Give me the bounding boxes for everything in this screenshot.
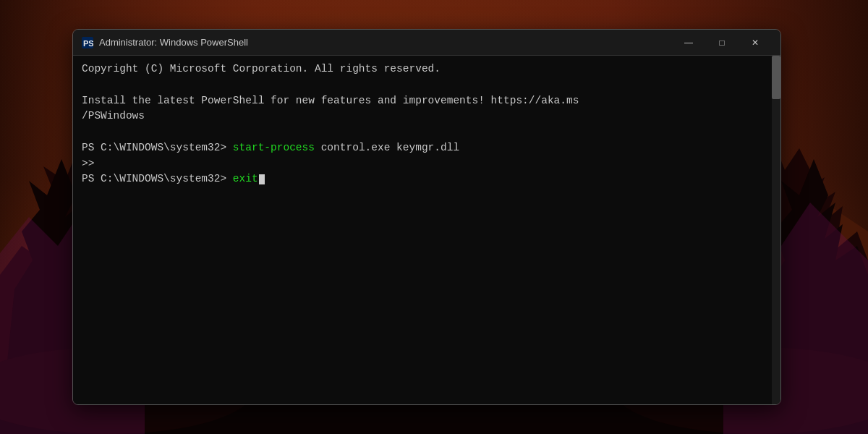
terminal-line-cmd1: PS C:\WINDOWS\system32> start-process co…	[82, 140, 760, 156]
svg-text:PS: PS	[83, 39, 93, 48]
terminal-cursor	[259, 174, 265, 185]
terminal-body[interactable]: Copyright (C) Microsoft Corporation. All…	[73, 56, 780, 404]
scrollbar[interactable]	[772, 56, 780, 404]
close-button[interactable]: ✕	[739, 30, 772, 56]
terminal-line-cmd2: PS C:\WINDOWS\system32> exit	[82, 171, 760, 187]
terminal-content: Copyright (C) Microsoft Corporation. All…	[82, 61, 772, 187]
window-controls: — □ ✕	[672, 30, 772, 56]
terminal-line-install2: /PSWindows	[82, 109, 760, 124]
terminal-line-install1: Install the latest PowerShell for new fe…	[82, 93, 760, 109]
terminal-line-output: >>	[82, 156, 760, 172]
title-bar: PS Administrator: Windows PowerShell — □…	[73, 30, 780, 56]
terminal-line-blank1	[82, 77, 760, 93]
terminal-line-copyright: Copyright (C) Microsoft Corporation. All…	[82, 61, 760, 77]
maximize-button[interactable]: □	[705, 30, 739, 56]
minimize-button[interactable]: —	[672, 30, 705, 56]
window-title: Administrator: Windows PowerShell	[99, 37, 672, 48]
terminal-line-blank2	[82, 124, 760, 140]
powershell-icon: PS	[82, 37, 93, 48]
scrollbar-thumb[interactable]	[772, 56, 780, 99]
powershell-window: PS Administrator: Windows PowerShell — □…	[72, 29, 781, 405]
